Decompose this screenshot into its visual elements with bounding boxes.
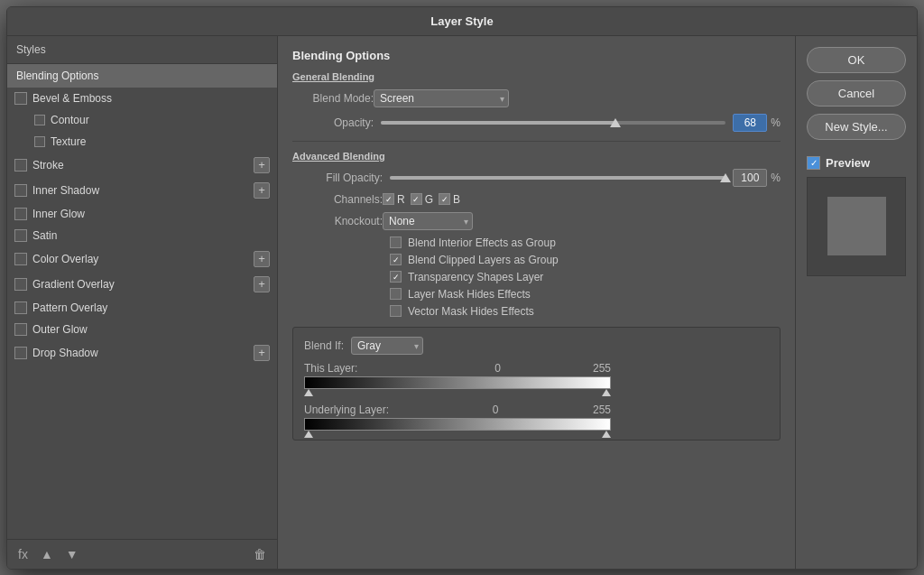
opacity-slider-track[interactable] <box>381 121 725 125</box>
option-blend-interior: Blend Interior Effects as Group <box>383 236 781 249</box>
sidebar-item-bevel-emboss-checkbox[interactable] <box>14 92 27 105</box>
sidebar-item-texture-checkbox[interactable] <box>34 136 45 147</box>
blend-if-select[interactable]: Gray Red Green Blue <box>351 337 423 355</box>
sidebar-item-inner-shadow-label: Inner Shadow <box>32 184 254 197</box>
preview-label-row: Preview <box>807 156 906 170</box>
delete-button[interactable]: 🗑 <box>250 545 270 563</box>
channel-r-label: R <box>397 193 405 206</box>
blend-if-section: Blend If: Gray Red Green Blue This Layer… <box>292 327 781 441</box>
sidebar-item-drop-shadow-checkbox[interactable] <box>14 347 27 359</box>
knockout-select[interactable]: None Shallow Deep <box>383 212 473 230</box>
new-style-button[interactable]: New Style... <box>807 114 906 140</box>
dialog-title: Layer Style <box>7 7 917 36</box>
sidebar-item-bevel-emboss[interactable]: Bevel & Emboss <box>7 88 277 109</box>
styles-header: Styles <box>7 36 277 64</box>
main-panel: Blending Options General Blending Blend … <box>278 36 795 569</box>
blend-clipped-checkbox[interactable] <box>390 254 402 265</box>
underlying-layer-bar <box>304 418 611 431</box>
opacity-input[interactable]: 68 <box>733 114 767 132</box>
sidebar-item-pattern-overlay-checkbox[interactable] <box>14 301 27 314</box>
channels-row: Channels: R G B <box>292 193 781 206</box>
main-section-title: Blending Options <box>292 49 781 62</box>
knockout-label: Knockout: <box>292 215 383 227</box>
sidebar-item-texture-label: Texture <box>51 135 270 148</box>
blend-if-row: Blend If: Gray Red Green Blue <box>304 337 769 355</box>
sidebar-item-inner-shadow[interactable]: Inner Shadow+ <box>7 178 277 203</box>
blend-mode-select[interactable]: Screen Normal Dissolve Multiply <box>374 89 509 107</box>
opacity-percent: % <box>771 116 781 129</box>
vector-mask-hides-checkbox[interactable] <box>390 305 402 317</box>
channels-group: R G B <box>383 193 460 206</box>
sidebar-item-pattern-overlay[interactable]: Pattern Overlay <box>7 297 277 319</box>
sidebar-item-satin[interactable]: Satin <box>7 225 277 246</box>
preview-checkbox[interactable] <box>807 156 820 170</box>
fill-opacity-input[interactable]: 100 <box>733 169 767 187</box>
ok-button[interactable]: OK <box>807 47 906 73</box>
option-vector-mask-hides: Vector Mask Hides Effects <box>383 305 781 318</box>
transparency-shapes-label: Transparency Shapes Layer <box>408 271 543 283</box>
move-down-button[interactable]: ▼ <box>62 545 82 563</box>
blend-mode-label: Blend Mode: <box>292 92 374 105</box>
fill-opacity-row: Fill Opacity: 100 % <box>292 169 781 187</box>
sidebar-item-drop-shadow-label: Drop Shadow <box>32 347 254 359</box>
transparency-shapes-checkbox[interactable] <box>390 271 402 283</box>
sidebar-item-pattern-overlay-label: Pattern Overlay <box>32 301 270 314</box>
preview-canvas <box>807 177 906 276</box>
opacity-label: Opacity: <box>292 116 374 129</box>
move-up-button[interactable]: ▲ <box>37 545 57 563</box>
sidebar-item-outer-glow-label: Outer Glow <box>32 323 270 336</box>
sidebar-item-contour[interactable]: Contour <box>7 109 277 131</box>
left-toolbar: fx ▲ ▼ 🗑 <box>7 539 277 569</box>
options-group: Blend Interior Effects as Group Blend Cl… <box>383 236 781 318</box>
option-blend-clipped: Blend Clipped Layers as Group <box>383 254 781 266</box>
sidebar-item-stroke-add[interactable]: + <box>254 157 270 173</box>
blend-if-label: Blend If: <box>304 339 344 352</box>
sidebar-item-color-overlay-add[interactable]: + <box>254 251 270 267</box>
opacity-row: Opacity: 68 % <box>292 114 781 132</box>
this-layer-left-marker <box>304 389 313 396</box>
blending-options-item[interactable]: Blending Options <box>7 64 277 88</box>
channels-label: Channels: <box>292 193 383 206</box>
sidebar-item-color-overlay-checkbox[interactable] <box>14 253 27 265</box>
blend-interior-checkbox[interactable] <box>390 236 402 248</box>
channel-b-checkbox[interactable] <box>439 193 450 205</box>
this-layer-max: 255 <box>593 362 611 375</box>
channel-b: B <box>439 193 460 206</box>
this-layer-bar <box>304 376 611 389</box>
sidebar-item-gradient-overlay-checkbox[interactable] <box>14 278 27 291</box>
sidebar-item-drop-shadow-add[interactable]: + <box>254 345 270 361</box>
sidebar-item-color-overlay[interactable]: Color Overlay+ <box>7 246 277 272</box>
sidebar-item-satin-checkbox[interactable] <box>14 229 27 242</box>
sidebar-item-gradient-overlay[interactable]: Gradient Overlay+ <box>7 272 277 297</box>
sidebar-item-outer-glow[interactable]: Outer Glow <box>7 319 277 340</box>
sidebar-item-inner-shadow-add[interactable]: + <box>254 182 270 199</box>
cancel-button[interactable]: Cancel <box>807 80 906 107</box>
sidebar-item-gradient-overlay-add[interactable]: + <box>254 276 270 292</box>
sidebar-item-stroke[interactable]: Stroke+ <box>7 153 277 178</box>
sidebar-item-inner-glow-checkbox[interactable] <box>14 208 27 220</box>
blend-mode-row: Blend Mode: Screen Normal Dissolve Multi… <box>292 89 781 107</box>
this-layer-label: This Layer: <box>304 362 357 375</box>
sidebar-item-inner-glow[interactable]: Inner Glow <box>7 203 277 225</box>
option-transparency-shapes: Transparency Shapes Layer <box>383 271 781 283</box>
sidebar-item-stroke-checkbox[interactable] <box>14 159 27 172</box>
channel-r-checkbox[interactable] <box>383 193 394 205</box>
sidebar-item-contour-checkbox[interactable] <box>34 115 45 125</box>
underlying-layer-left-marker <box>304 431 313 438</box>
option-layer-mask-hides: Layer Mask Hides Effects <box>383 288 781 301</box>
right-panel: OK Cancel New Style... Preview <box>795 36 917 569</box>
sidebar-item-bevel-emboss-label: Bevel & Emboss <box>32 92 270 105</box>
sidebar-item-inner-shadow-checkbox[interactable] <box>14 184 27 197</box>
sidebar-item-outer-glow-checkbox[interactable] <box>14 323 27 336</box>
underlying-layer-gradient[interactable] <box>304 418 611 431</box>
fill-opacity-slider-thumb <box>720 173 731 182</box>
opacity-slider-fill <box>381 121 615 125</box>
sidebar-item-drop-shadow[interactable]: Drop Shadow+ <box>7 340 277 366</box>
channel-g-checkbox[interactable] <box>411 193 422 205</box>
knockout-row: Knockout: None Shallow Deep <box>292 212 781 230</box>
this-layer-gradient[interactable] <box>304 376 611 389</box>
fill-opacity-slider-track[interactable] <box>390 176 725 180</box>
layer-mask-hides-checkbox[interactable] <box>390 288 402 300</box>
sidebar-item-texture[interactable]: Texture <box>7 131 277 153</box>
fx-button[interactable]: fx <box>14 545 32 563</box>
